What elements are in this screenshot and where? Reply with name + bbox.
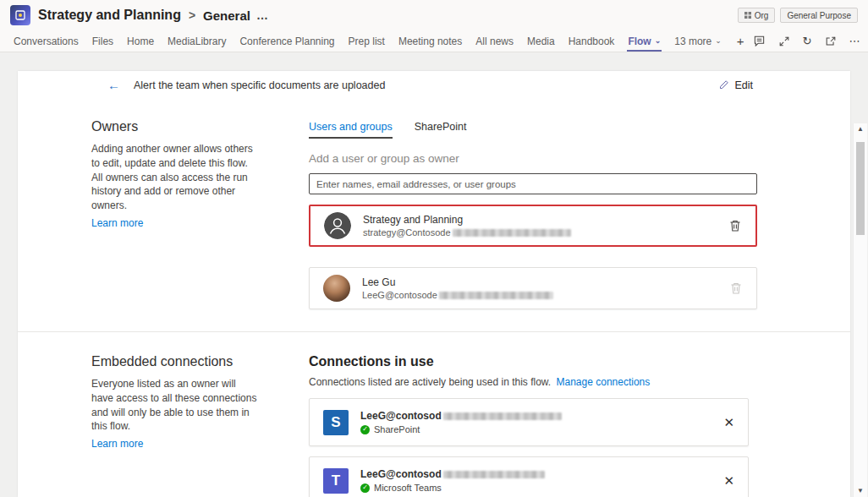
tab-flow[interactable]: Flow ⌄ xyxy=(621,30,667,52)
connection-account: LeeG@contosod xyxy=(360,468,545,480)
header-badges: Org General Purpose xyxy=(738,8,858,23)
tab-all-news[interactable]: All news xyxy=(469,30,520,52)
org-badge: Org xyxy=(738,8,776,23)
breadcrumb-separator-icon: > xyxy=(189,8,195,22)
vertical-scrollbar[interactable]: ▲ ▼ xyxy=(853,123,867,497)
delete-owner-button[interactable] xyxy=(728,219,742,232)
embedded-learn-more-link[interactable]: Learn more xyxy=(91,438,143,450)
connections-in-use-heading: Connections in use xyxy=(309,354,757,369)
tab-medialibrary[interactable]: MediaLibrary xyxy=(161,30,233,52)
owners-learn-more-link[interactable]: Learn more xyxy=(91,217,143,229)
tab-home[interactable]: Home xyxy=(120,30,161,52)
channel-tab-bar: Conversations Files Home MediaLibrary Co… xyxy=(0,30,868,52)
owner-info: Strategy and Planning strategy@Contosode xyxy=(363,214,571,238)
trash-icon xyxy=(728,219,742,232)
tab-media[interactable]: Media xyxy=(520,30,562,52)
open-in-window-icon[interactable] xyxy=(825,36,837,47)
remove-connection-button[interactable]: ✕ xyxy=(723,473,734,489)
owners-heading: Owners xyxy=(91,119,261,134)
pencil-icon xyxy=(718,79,729,90)
tab-meeting-notes[interactable]: Meeting notes xyxy=(392,30,469,52)
add-owner-label: Add a user or group as owner xyxy=(309,152,757,165)
tab-files[interactable]: Files xyxy=(85,30,120,52)
channel-more-icon[interactable]: … xyxy=(256,8,269,22)
tab-conference-planning[interactable]: Conference Planning xyxy=(233,30,341,52)
embedded-connections-heading: Embedded connections xyxy=(91,354,261,369)
tab-conversations[interactable]: Conversations xyxy=(7,30,85,52)
conversation-icon[interactable] xyxy=(753,35,766,47)
tab-sharepoint-source[interactable]: SharePoint xyxy=(415,121,467,139)
microsoft-teams-icon: T xyxy=(323,468,349,494)
org-badge-label: Org xyxy=(755,11,769,20)
connection-account-visible: LeeG@contosod xyxy=(360,410,442,422)
scrollbar-thumb[interactable] xyxy=(856,142,865,235)
sharepoint-icon: S xyxy=(323,410,349,435)
redacted-text xyxy=(443,412,562,420)
flow-title: Alert the team when specific documents a… xyxy=(134,79,385,91)
teams-app-window: Strategy and Planning > General … Org Ge… xyxy=(0,0,868,497)
tab-bar-actions: ↻ ⋯ xyxy=(753,30,865,52)
connection-status: ✓ SharePoint xyxy=(360,424,562,434)
owner-info: Lee Gu LeeG@contosode xyxy=(362,276,553,300)
owners-section: Owners Adding another owner allows other… xyxy=(18,99,850,309)
connection-status: ✓ Microsoft Teams xyxy=(360,483,545,493)
owner-source-tabs: Users and groups SharePoint xyxy=(309,121,757,139)
team-avatar[interactable] xyxy=(10,5,30,25)
group-avatar-icon xyxy=(324,212,351,239)
delete-owner-button-disabled xyxy=(729,281,743,295)
edit-label: Edit xyxy=(734,79,753,91)
flow-panel-header: ← Alert the team when specific documents… xyxy=(18,71,850,99)
more-options-icon[interactable]: ⋯ xyxy=(849,35,860,47)
connection-row-microsoft-teams: T LeeG@contosod ✓ Microsoft Teams ✕ xyxy=(309,456,749,497)
scroll-up-icon[interactable]: ▲ xyxy=(857,126,864,133)
tab-users-and-groups[interactable]: Users and groups xyxy=(309,121,393,139)
tab-more-label: 13 more xyxy=(674,36,711,47)
owner-email: LeeG@contosode xyxy=(362,290,553,300)
owner-row-strategy-and-planning: Strategy and Planning strategy@Contosode xyxy=(309,205,757,247)
channel-name[interactable]: General xyxy=(203,8,250,23)
manage-connections-link[interactable]: Manage connections xyxy=(557,376,651,388)
chevron-down-icon: ⌄ xyxy=(715,37,722,45)
chevron-down-icon: ⌄ xyxy=(655,37,662,45)
edit-button[interactable]: Edit xyxy=(718,79,753,91)
embedded-connections-column: Embedded connections Everyone listed as … xyxy=(91,354,261,497)
connection-account-visible: LeeG@contosod xyxy=(360,468,442,480)
flow-details-panel: ← Alert the team when specific documents… xyxy=(18,71,850,497)
add-tab-button[interactable]: + xyxy=(728,30,753,52)
remove-connection-button[interactable]: ✕ xyxy=(723,415,734,430)
back-icon[interactable]: ← xyxy=(107,79,120,91)
embedded-connections-description: Everyone listed as an owner will have ac… xyxy=(91,377,261,434)
connected-check-icon: ✓ xyxy=(360,425,370,434)
owners-editor-column: Users and groups SharePoint Add a user o… xyxy=(309,119,757,309)
expand-tab-icon[interactable] xyxy=(778,36,790,47)
refresh-icon[interactable]: ↻ xyxy=(803,35,812,47)
connection-account: LeeG@contosod xyxy=(360,410,562,422)
flow-tab-content: ← Alert the team when specific documents… xyxy=(0,52,868,497)
owners-info-column: Owners Adding another owner allows other… xyxy=(91,119,261,309)
add-owner-input[interactable] xyxy=(309,173,757,194)
owner-email-visible: strategy@Contosode xyxy=(363,227,451,238)
connections-section: Embedded connections Everyone listed as … xyxy=(18,332,850,497)
connection-info: LeeG@contosod ✓ SharePoint xyxy=(360,410,562,434)
tab-prep-list[interactable]: Prep list xyxy=(342,30,392,52)
connection-service-name: Microsoft Teams xyxy=(374,483,442,493)
owner-row-lee-gu: Lee Gu LeeG@contosode xyxy=(309,267,757,309)
owner-name: Strategy and Planning xyxy=(363,214,571,226)
classification-badge: General Purpose xyxy=(780,8,858,23)
owner-email-visible: LeeG@contosode xyxy=(362,290,437,300)
redacted-text xyxy=(439,292,553,299)
connection-info: LeeG@contosod ✓ Microsoft Teams xyxy=(360,468,545,493)
redacted-text xyxy=(453,229,571,237)
team-logo-icon xyxy=(14,9,26,21)
redacted-text xyxy=(443,471,545,478)
connections-description-text: Connections listed are actively being us… xyxy=(309,376,551,388)
trash-icon xyxy=(729,281,743,295)
owners-description: Adding another owner allows others to ed… xyxy=(91,142,261,213)
connected-check-icon: ✓ xyxy=(360,483,370,493)
channel-header: Strategy and Planning > General … Org Ge… xyxy=(0,0,868,30)
tab-handbook[interactable]: Handbook xyxy=(562,30,622,52)
scroll-down-icon[interactable]: ▼ xyxy=(857,488,864,494)
owner-email: strategy@Contosode xyxy=(363,227,571,238)
tab-overflow-more[interactable]: 13 more ⌄ xyxy=(667,30,728,52)
team-name[interactable]: Strategy and Planning xyxy=(38,8,181,23)
